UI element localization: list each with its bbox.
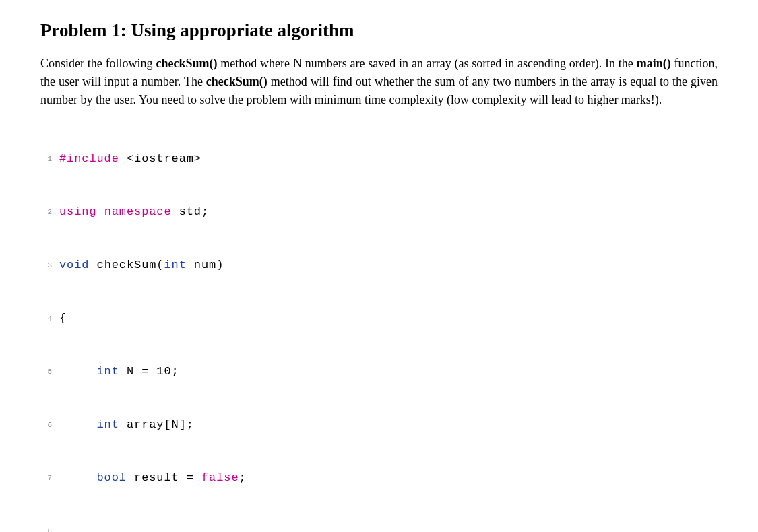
code-text: ; bbox=[239, 471, 246, 484]
keyword-token: using bbox=[59, 205, 97, 218]
problem-description: Consider the following checkSum() method… bbox=[40, 55, 718, 109]
code-text: result = bbox=[127, 471, 201, 484]
line-number: 1 bbox=[40, 150, 59, 168]
code-text: num) bbox=[187, 259, 224, 271]
code-line: 7 bool result = false; bbox=[40, 469, 718, 487]
type-token: int bbox=[97, 365, 119, 378]
code-line: 5 int N = 10; bbox=[40, 363, 718, 380]
desc-bold-checksum: checkSum() bbox=[156, 57, 217, 70]
desc-bold-checksum-2: checkSum() bbox=[206, 75, 267, 88]
type-token: void bbox=[59, 259, 89, 271]
desc-text: Consider the following bbox=[40, 57, 156, 70]
code-text bbox=[59, 523, 718, 532]
code-line: 4{ bbox=[40, 310, 718, 327]
code-line: 2using namespace std; bbox=[40, 203, 718, 221]
line-number: 2 bbox=[40, 203, 59, 221]
line-number: 4 bbox=[40, 310, 59, 327]
code-line: 8 bbox=[40, 523, 718, 532]
keyword-token: false bbox=[201, 471, 239, 484]
line-number: 8 bbox=[40, 523, 59, 532]
code-text: <iostream> bbox=[119, 152, 201, 165]
type-token: bool bbox=[97, 471, 127, 484]
code-text: array[N]; bbox=[119, 418, 194, 431]
code-listing: 1#include <iostream> 2using namespace st… bbox=[40, 114, 718, 532]
type-token: int bbox=[164, 259, 186, 271]
line-number: 3 bbox=[40, 257, 59, 274]
keyword-token: namespace bbox=[104, 205, 172, 218]
code-line: 6 int array[N]; bbox=[40, 416, 718, 434]
line-number: 7 bbox=[40, 469, 59, 487]
preprocessor-token: #include bbox=[59, 152, 119, 165]
code-text: { bbox=[59, 310, 718, 327]
code-text: checkSum( bbox=[89, 259, 164, 271]
code-text: std; bbox=[172, 205, 210, 218]
code-text: N = 10; bbox=[119, 365, 179, 378]
code-line: 1#include <iostream> bbox=[40, 150, 718, 168]
problem-title: Problem 1: Using appropriate algorithm bbox=[40, 20, 718, 41]
code-line: 3void checkSum(int num) bbox=[40, 257, 718, 274]
line-number: 6 bbox=[40, 416, 59, 434]
type-token: int bbox=[97, 418, 119, 431]
desc-text: method where N numbers are saved in an a… bbox=[217, 57, 636, 70]
line-number: 5 bbox=[40, 363, 59, 380]
desc-bold-main: main() bbox=[637, 57, 671, 70]
